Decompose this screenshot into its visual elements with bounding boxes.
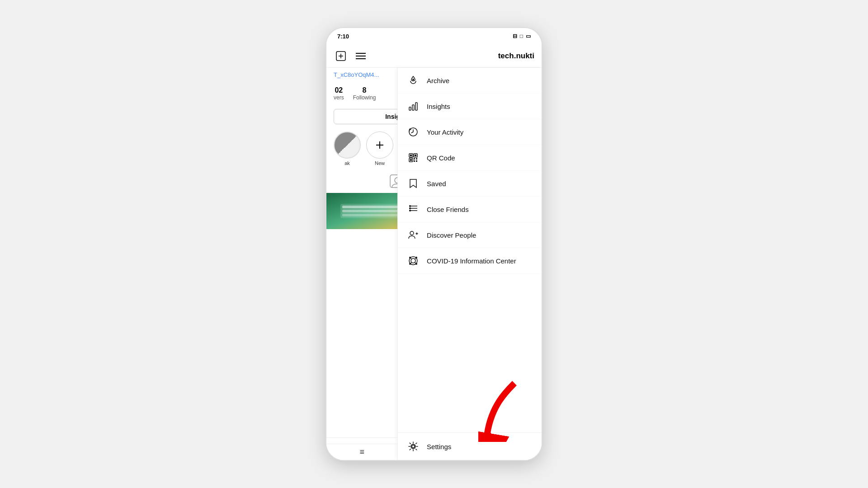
svg-rect-24 [416, 158, 417, 160]
dropdown-menu: Archive Insights [397, 68, 542, 460]
svg-rect-26 [416, 160, 417, 162]
close-friends-label: Close Friends [427, 206, 469, 213]
menu-item-close-friends[interactable]: Close Friends [398, 197, 542, 222]
covid-icon [407, 254, 420, 267]
menu-item-insights[interactable]: Insights [398, 94, 542, 119]
saved-icon [407, 177, 420, 190]
stat-followers: 02 vers [334, 86, 344, 101]
qr-icon [407, 151, 420, 164]
your-activity-label: Your Activity [427, 128, 463, 136]
svg-point-46 [412, 445, 415, 448]
phone-frame: 7:10 ⊟ □ ▭ tech.nu [326, 27, 542, 461]
saved-label: Saved [427, 180, 446, 188]
add-post-button[interactable] [334, 49, 348, 63]
following-label: Following [353, 94, 376, 101]
menu-item-qr-code[interactable]: QR Code [398, 145, 542, 171]
status-time: 7:10 [337, 33, 349, 40]
top-bar-left [334, 49, 368, 63]
svg-rect-15 [415, 103, 417, 110]
followers-count: 02 [334, 86, 344, 94]
activity-icon [407, 126, 420, 138]
archive-icon [407, 74, 420, 87]
story-item-ak[interactable]: ak [334, 131, 361, 166]
svg-rect-13 [409, 107, 411, 110]
svg-rect-14 [412, 105, 414, 110]
story-circle-ak[interactable] [334, 131, 361, 159]
svg-rect-18 [410, 155, 412, 156]
svg-point-33 [410, 231, 414, 235]
username: tech.nukti [498, 52, 534, 61]
discover-icon [407, 229, 420, 241]
insights-label: Insights [427, 103, 450, 110]
top-bar: tech.nukti [326, 44, 542, 68]
qr-code-label: QR Code [427, 154, 455, 162]
menu-item-covid[interactable]: COVID-19 Information Center [398, 248, 542, 274]
covid-label: COVID-19 Information Center [427, 257, 516, 265]
settings-label: Settings [427, 443, 451, 450]
followers-label: vers [334, 94, 344, 101]
story-label-ak: ak [344, 160, 350, 166]
menu-item-your-activity[interactable]: Your Activity [398, 119, 542, 145]
svg-point-31 [409, 207, 411, 209]
svg-point-32 [409, 210, 411, 211]
menu-item-discover-people[interactable]: Discover People [398, 222, 542, 248]
status-bar: 7:10 ⊟ □ ▭ [326, 28, 542, 44]
archive-label: Archive [427, 77, 449, 84]
story-item-new[interactable]: New [366, 131, 393, 166]
svg-rect-20 [415, 155, 416, 156]
close-friends-icon [407, 203, 420, 216]
menu-item-archive[interactable]: Archive [398, 68, 542, 94]
insights-icon [407, 100, 420, 113]
svg-point-12 [412, 79, 414, 80]
svg-rect-23 [414, 158, 415, 160]
settings-icon [407, 440, 420, 453]
following-count: 8 [353, 86, 376, 94]
menu-item-saved[interactable]: Saved [398, 171, 542, 197]
discover-people-label: Discover People [427, 231, 476, 239]
story-circle-new[interactable] [366, 131, 393, 159]
svg-rect-25 [414, 160, 415, 162]
stat-following: 8 Following [353, 86, 376, 101]
svg-rect-22 [410, 159, 412, 161]
status-icons: ⊟ □ ▭ [513, 33, 531, 39]
svg-point-30 [409, 205, 411, 207]
menu-button[interactable] [354, 49, 368, 63]
system-menu-button[interactable]: ≡ [359, 447, 364, 457]
menu-item-settings[interactable]: Settings [398, 432, 542, 460]
story-label-new: New [375, 160, 385, 166]
